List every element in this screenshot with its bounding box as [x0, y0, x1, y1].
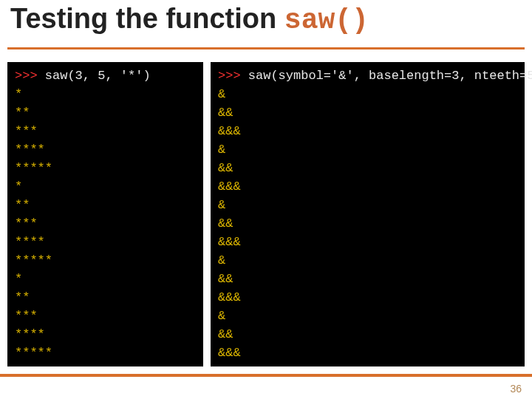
code-block-right: >>> saw(symbol='&', baselength=3, nteeth… — [211, 62, 525, 366]
code-block-left: >>> saw(3, 5, '*') * ** *** **** ***** *… — [7, 62, 203, 366]
title-code: saw() — [284, 4, 369, 36]
slide-title: Testing the function saw() — [10, 4, 369, 35]
slide: Testing the function saw() >>> saw(3, 5,… — [0, 0, 532, 399]
title-plain: Testing the function — [10, 3, 284, 34]
page-number: 36 — [510, 383, 522, 395]
footer-accent-bar — [0, 374, 532, 377]
code-row: >>> saw(3, 5, '*') * ** *** **** ***** *… — [7, 62, 525, 366]
title-underline — [7, 47, 525, 50]
